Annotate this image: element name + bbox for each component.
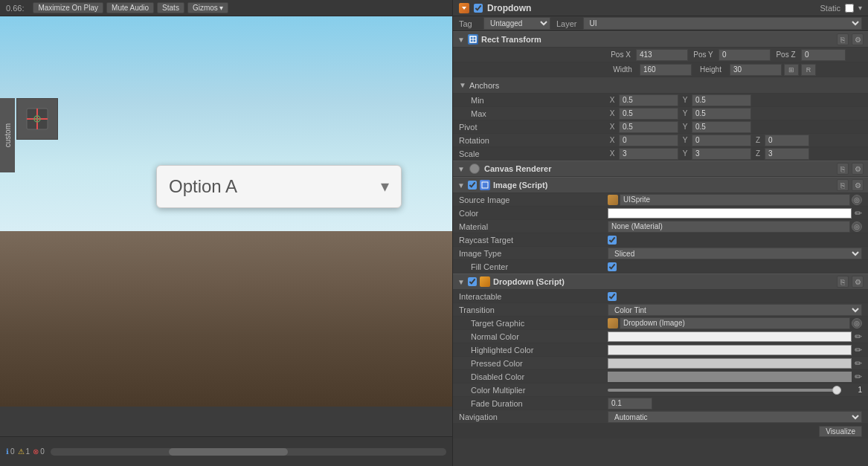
normal-color-swatch[interactable] [608,331,852,342]
reset-size-button[interactable]: R [801,64,816,76]
rect-transform-copy-button[interactable]: ⎘ [837,33,849,45]
color-multiplier-fill [608,389,837,392]
image-script-header[interactable]: ▼ Image (Script) ⎘ ⚙ [453,177,868,193]
rotation-z-input[interactable] [765,135,809,146]
static-checkbox[interactable] [845,4,854,13]
anchors-section-header[interactable]: ▼ Anchors [453,77,868,94]
pivot-x-input[interactable] [619,121,678,133]
color-multiplier-value: 1 [840,386,862,394]
height-input[interactable] [730,64,782,76]
fade-duration-input[interactable] [608,398,652,410]
dropdown-script-enabled-checkbox[interactable] [468,277,477,286]
target-graphic-select-button[interactable]: ◎ [852,318,862,329]
image-script-settings-button[interactable]: ⚙ [852,179,864,191]
image-script-copy-button[interactable]: ⎘ [837,179,849,191]
image-color-row: Color ✏ [453,207,868,220]
stats-button[interactable]: Stats [157,2,184,13]
anchor-min-y-input[interactable] [692,94,751,106]
pos-y-input[interactable] [718,49,771,61]
navigation-select[interactable]: Automatic None Horizontal Vertical Expli… [608,411,862,423]
anchor-icon-box[interactable] [16,98,58,140]
fps-counter: 0.66: [6,4,24,13]
color-multiplier-thumb[interactable] [832,386,841,395]
pressed-color-edit-icon[interactable]: ✏ [855,358,862,369]
image-script-enabled-checkbox[interactable] [468,181,477,190]
image-color-swatch[interactable] [608,208,852,219]
rotation-y-input[interactable] [692,135,751,146]
color-multiplier-track[interactable] [608,389,837,392]
pos-x-input[interactable] [636,49,688,61]
tag-label: Tag [459,19,478,28]
mute-audio-button[interactable]: Mute Audio [106,2,154,13]
source-image-input[interactable] [620,194,850,206]
pivot-y-input[interactable] [692,121,751,133]
pressed-color-row: Pressed Color ✏ [453,357,868,370]
canvas-renderer-header[interactable]: ▼ Canvas Renderer ⎘ ⚙ [453,161,868,177]
target-graphic-input[interactable] [620,317,850,329]
interactable-label: Interactable [459,292,608,301]
scale-y-input[interactable] [692,148,751,160]
anchor-min-label: Min [459,96,608,105]
anchor-max-label: Max [459,109,608,118]
scene-viewport: custom Option A ▾ [0,16,452,436]
canvas-renderer-settings-button[interactable]: ⚙ [852,163,864,175]
material-label: Material [459,222,608,231]
dropdown-script-settings-button[interactable]: ⚙ [852,276,864,288]
scale-x-label: X [608,149,617,158]
layer-select[interactable]: UI [583,17,862,30]
disabled-color-edit-icon[interactable]: ✏ [855,372,862,382]
width-input[interactable] [640,64,692,76]
tag-select[interactable]: Untagged [483,17,550,30]
inspector-object-header: Dropdown Static ▾ [453,0,868,16]
raycast-target-checkbox[interactable] [608,236,617,245]
anchor-max-x-input[interactable] [619,108,678,120]
normal-color-row: Normal Color ✏ [453,330,868,343]
scene-panel: 0.66: Maximize On Play Mute Audio Stats … [0,0,452,466]
rotation-row: Rotation X Y Z [453,134,868,147]
highlighted-color-edit-icon[interactable]: ✏ [855,345,862,355]
highlighted-color-swatch[interactable] [608,345,852,355]
scene-toolbar: 0.66: Maximize On Play Mute Audio Stats … [0,0,452,16]
rotation-x-input[interactable] [619,135,678,146]
pressed-color-swatch[interactable] [608,358,852,369]
anchor-max-y-input[interactable] [692,108,751,120]
dropdown-script-header[interactable]: ▼ Dropdown (Script) ⎘ ⚙ [453,274,868,290]
material-input[interactable] [608,221,850,233]
transition-select[interactable]: Color Tint None Sprite Swap Animation [608,304,862,316]
source-image-select-button[interactable]: ◎ [852,195,862,205]
maximize-on-play-button[interactable]: Maximize On Play [33,2,103,13]
canvas-renderer-collapse-icon: ▼ [457,165,465,173]
image-color-edit-icon[interactable]: ✏ [855,208,862,219]
image-script-actions: ⎘ ⚙ [837,179,864,191]
visualize-button[interactable]: Visualize [819,426,862,437]
fill-center-row: Fill Center [453,260,868,274]
object-name: Dropdown [487,3,815,13]
interactable-checkbox[interactable] [608,292,617,301]
size-row: Width Height ⊞ R [453,62,868,77]
fill-center-checkbox[interactable] [608,262,617,271]
constrain-proportions-button[interactable]: ⊞ [784,64,799,76]
disabled-color-swatch[interactable] [608,372,852,382]
pivot-label: Pivot [459,123,608,132]
dropdown-object-icon [459,3,469,13]
pos-z-label: Pos Z [773,51,799,59]
canvas-renderer-copy-button[interactable]: ⎘ [837,163,849,175]
gizmos-button[interactable]: Gizmos ▾ [187,2,228,13]
anchor-crosshair-icon [25,107,49,131]
scene-dropdown-widget[interactable]: Option A ▾ [156,165,402,208]
scale-x-input[interactable] [619,148,678,160]
anchor-min-x-input[interactable] [619,94,678,106]
scene-scrollbar-horizontal[interactable] [51,448,446,456]
material-row: Material ◎ [453,220,868,233]
image-type-select[interactable]: Sliced Simple Tiled Filled [608,247,862,259]
pos-z-input[interactable] [801,49,846,61]
rect-transform-settings-button[interactable]: ⚙ [852,33,864,45]
size-fields: Width Height ⊞ R [608,64,862,76]
normal-color-edit-icon[interactable]: ✏ [855,331,862,342]
svg-rect-8 [482,182,488,188]
object-active-checkbox[interactable] [474,4,483,13]
dropdown-script-copy-button[interactable]: ⎘ [837,276,849,288]
rect-transform-header[interactable]: ▼ Rect Transform ⎘ ⚙ [453,31,868,48]
scale-z-input[interactable] [765,148,809,160]
material-select-button[interactable]: ◎ [852,221,862,232]
